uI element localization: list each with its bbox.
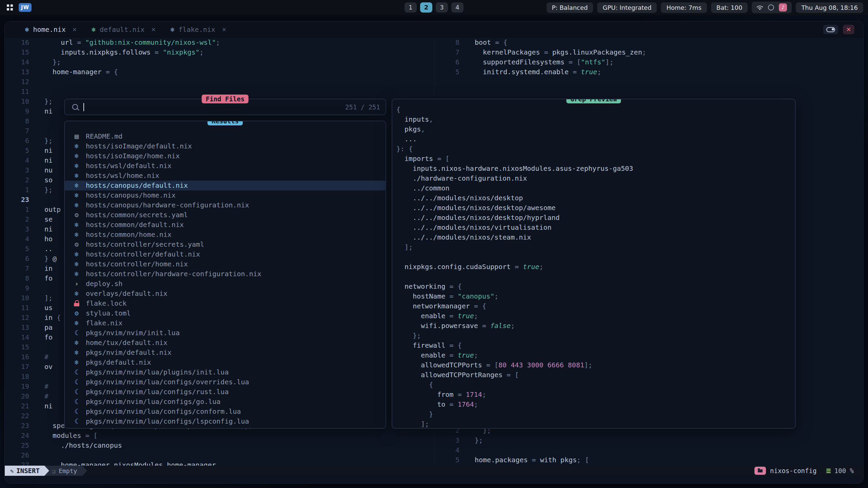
file-result-name: stylua.toml — [86, 308, 131, 318]
file-result-item[interactable]: hosts/wsl/default.nix — [65, 161, 386, 171]
file-icon — [72, 308, 81, 318]
file-result-item[interactable]: stylua.toml — [65, 308, 386, 318]
file-result-name: deploy.sh — [86, 279, 122, 289]
file-result-item[interactable]: hosts/wsl/home.nix — [65, 171, 386, 181]
buffer-tab[interactable]: flake.nix × — [171, 25, 226, 34]
file-icon — [72, 367, 81, 377]
file-result-item[interactable]: overlays/default.nix — [65, 289, 386, 299]
preview-title: Grep Preview — [566, 99, 621, 103]
preview-line: ../../modules/nixos/steam.nix — [396, 232, 791, 242]
buffer-tab[interactable]: default.nix × — [92, 25, 156, 34]
right-pane-top-lines: 8 boot = { 7 kernelPackages = pkgs.linux… — [435, 38, 863, 77]
file-result-item[interactable]: home/tux/default.nix — [65, 338, 386, 348]
file-icon — [72, 269, 81, 279]
kdeconnect-icon[interactable] — [768, 4, 774, 11]
code-row: 7 kernelPackages = pkgs.linuxPackages_ze… — [435, 47, 863, 57]
tab-label: home.nix — [33, 25, 65, 34]
file-result-item[interactable]: pkgs/nvim/nvim/lua/configs/conform.lua — [65, 407, 386, 416]
power-profile-module[interactable]: P: Balanced — [547, 2, 593, 13]
code-row: 14 }; — [5, 57, 434, 67]
tab-close-icon[interactable]: × — [73, 25, 77, 34]
workspace-button[interactable]: 2 — [420, 2, 432, 13]
preview-line: ]; — [396, 419, 791, 429]
code-line: # — [44, 352, 48, 362]
preview-line: } — [396, 409, 791, 419]
scroll-progress: 100 % — [834, 467, 854, 474]
tab-close-icon[interactable]: × — [222, 25, 226, 34]
file-result-item[interactable]: flake.nix — [65, 318, 386, 328]
wifi-icon[interactable] — [756, 5, 763, 10]
file-result-item[interactable]: hosts/controller/default.nix — [65, 249, 386, 259]
file-icon — [72, 171, 81, 181]
line-number: 1 — [5, 185, 29, 195]
theme-toggle-button[interactable] — [823, 25, 838, 34]
file-result-name: hosts/isoImage/home.nix — [86, 151, 180, 161]
pencil-icon — [10, 467, 14, 474]
file-result-item[interactable]: hosts/common/secrets.yaml — [65, 210, 386, 220]
file-result-item[interactable]: pkgs/nvim/nvim/init.lua — [65, 328, 386, 338]
file-result-item[interactable]: pkgs/nvim/nvim/lua/configs/lspconfig.lua — [65, 416, 386, 426]
file-result-name: flake.lock — [86, 299, 126, 308]
line-number: 7 — [5, 264, 29, 273]
repo-badge — [754, 467, 766, 475]
file-result-item[interactable]: README.md — [65, 131, 386, 141]
preview-line: networkmanager = { — [396, 301, 791, 311]
file-icon — [72, 200, 81, 210]
workspace-button[interactable]: 3 — [436, 2, 448, 13]
workspace-button[interactable]: 4 — [451, 2, 463, 13]
code-line: home-manager.nixosModules.home-manager — [44, 460, 216, 466]
file-icon — [52, 467, 55, 474]
file-result-name: hosts/wsl/default.nix — [86, 161, 172, 171]
line-number: 2 — [5, 175, 29, 185]
clock-module[interactable]: Thu Aug 08, 18:16 — [796, 2, 863, 13]
file-result-item[interactable]: hosts/canopus/hardware-configuration.nix — [65, 200, 386, 210]
file-icon — [72, 131, 81, 141]
media-icon[interactable] — [779, 3, 787, 12]
file-result-item[interactable]: hosts/isoImage/default.nix — [65, 141, 386, 151]
file-result-item[interactable]: hosts/isoImage/home.nix — [65, 151, 386, 161]
file-result-item[interactable]: pkgs/nvim/default.nix — [65, 348, 386, 358]
preview-line: to = 1764; — [396, 400, 791, 409]
file-result-name: pkgs/nvim/nvim/lua/configs/rust.lua — [86, 387, 229, 397]
nix-icon — [92, 25, 95, 34]
code-row: 3 }; — [435, 435, 863, 445]
file-result-item[interactable]: hosts/common/home.nix — [65, 230, 386, 240]
tab-close-icon[interactable]: × — [151, 25, 156, 34]
preview-line: enable = true; — [396, 311, 791, 321]
file-result-item[interactable]: pkgs/nvim/nvim/lua/configs/overrides.lua — [65, 377, 386, 387]
preview-line: inputs.nixos-hardware.nixosModules.asus-… — [396, 164, 791, 174]
workspace-button[interactable]: 1 — [405, 2, 417, 13]
file-icon — [72, 210, 81, 220]
code-line: }; — [44, 57, 61, 67]
file-result-item[interactable]: hosts/canopus/home.nix — [65, 190, 386, 200]
file-result-item[interactable]: pkgs/nvim/nvim/lua/plugins/init.lua — [65, 367, 386, 377]
file-result-item[interactable]: hosts/controller/home.nix — [65, 259, 386, 269]
apps-grid-icon[interactable] — [7, 4, 9, 7]
line-number: 20 — [5, 391, 29, 401]
code-row: 4 — [435, 445, 863, 455]
code-line: pa — [44, 323, 53, 332]
code-line: modules = [ — [44, 431, 98, 441]
file-result-item[interactable]: pkgs/default.nix — [65, 358, 386, 367]
file-result-item[interactable]: deploy.sh — [65, 279, 386, 289]
file-result-item[interactable]: hosts/common/default.nix — [65, 220, 386, 230]
file-result-item[interactable]: pkgs/nvim/nvim/lua/configs/rust.lua — [65, 387, 386, 397]
preview-line: pkgs, — [396, 124, 791, 134]
file-result-item[interactable]: hosts/controller/hardware-configuration.… — [65, 269, 386, 279]
code-line: nu — [44, 165, 53, 175]
file-result-item[interactable]: pkgs/nvim/nvim/lua/configs/go.lua — [65, 397, 386, 407]
launcher-logo[interactable]: JW — [19, 3, 32, 12]
code-line: kernelPackages = pkgs.linuxPackages_zen; — [475, 47, 646, 57]
network-latency-module[interactable]: Home: 7ms — [661, 2, 707, 13]
window-close-button[interactable]: × — [843, 25, 854, 34]
buffer-tab[interactable]: home.nix × — [25, 25, 77, 34]
line-number: 16 — [5, 38, 29, 47]
line-number: 5 — [5, 146, 29, 156]
preview-line: imports = [ — [396, 154, 791, 164]
file-result-item[interactable]: flake.lock — [65, 299, 386, 308]
file-result-item[interactable]: hosts/controller/secrets.yaml — [65, 240, 386, 249]
gpu-module[interactable]: GPU: Integrated — [597, 2, 657, 13]
powerline-separator — [44, 466, 49, 476]
battery-module[interactable]: Bat: 100 — [711, 2, 748, 13]
file-result-item[interactable]: hosts/canopus/default.nix — [65, 181, 386, 190]
